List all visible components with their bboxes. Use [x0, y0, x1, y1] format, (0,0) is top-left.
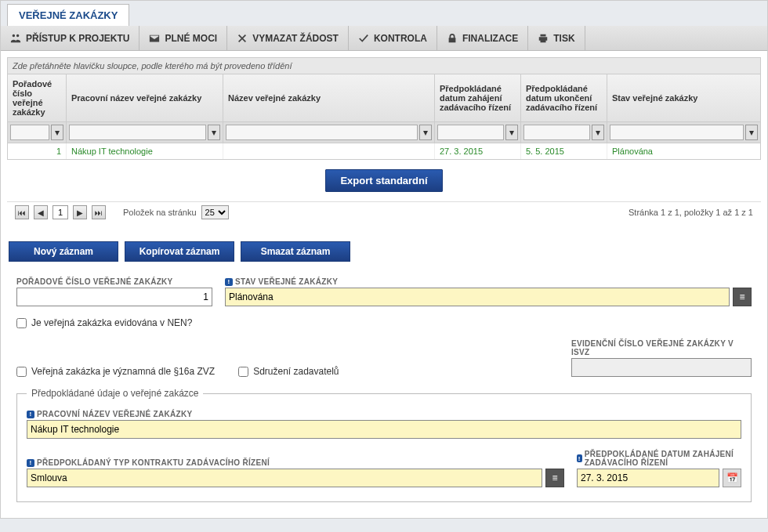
date-start-label: ! PŘEDPOKLÁDANÉ DATUM ZAHÁJENÍ ZADÁVACÍH…	[577, 450, 741, 467]
toolbar-label: KONTROLA	[374, 33, 427, 44]
tab-public-contracts[interactable]: VEŘEJNÉ ZAKÁZKY	[7, 4, 129, 26]
col-date-end[interactable]: Předpokládané datum ukončení zadávacího …	[521, 74, 607, 121]
cell-d1: 27. 3. 2015	[435, 143, 521, 159]
fieldset-estimated: Předpokládané údaje o veřejné zakázce ! …	[16, 388, 752, 502]
cell-ord: 1	[8, 143, 67, 159]
filter-pname[interactable]	[69, 125, 206, 140]
funnel-icon[interactable]: ▾	[419, 125, 432, 140]
filter-d2[interactable]	[523, 125, 590, 140]
required-icon: !	[27, 459, 34, 467]
cell-d2: 5. 5. 2015	[521, 143, 607, 159]
toolbar-item-check[interactable]: KONTROLA	[349, 26, 437, 50]
check-icon	[358, 33, 369, 44]
toolbar-label: PŘÍSTUP K PROJEKTU	[26, 33, 129, 44]
evid-label: EVIDENČNÍ ČÍSLO VEŘEJNÉ ZAKÁZKY V ISVZ	[571, 339, 752, 356]
ord-label: POŘADOVÉ ČÍSLO VEŘEJNÉ ZAKÁZKY	[16, 277, 212, 286]
pager-prev[interactable]: ◀	[34, 205, 48, 219]
contract-label: ! PŘEDPOKLÁDANÝ TYP KONTRAKTU ZADÁVACÍHO…	[27, 458, 564, 467]
funnel-icon[interactable]: ▾	[51, 125, 63, 140]
filter-stat[interactable]	[610, 125, 744, 140]
list-icon: ≡	[739, 291, 744, 302]
grid-group-hint: Zde přetáhněte hlavičku sloupce, podle k…	[7, 57, 761, 74]
funnel-icon[interactable]: ▾	[208, 125, 220, 140]
toolbar-label: VYMAZAT ŽÁDOST	[252, 33, 339, 44]
state-picker-button[interactable]: ≡	[733, 288, 752, 306]
fieldset-legend: Předpokládané údaje o veřejné zakázce	[27, 388, 203, 399]
export-button[interactable]: Export standardní	[325, 169, 442, 192]
required-icon: !	[225, 278, 233, 286]
pager-summary: Stránka 1 z 1, položky 1 až 1 z 1	[629, 208, 753, 217]
per-page-select[interactable]: 25	[201, 205, 229, 219]
print-icon	[538, 33, 549, 44]
contract-picker-button[interactable]: ≡	[545, 469, 564, 487]
required-icon: !	[577, 454, 582, 462]
contract-input[interactable]	[27, 469, 542, 487]
filter-ord[interactable]	[10, 125, 49, 140]
filter-d1[interactable]	[437, 125, 504, 140]
toolbar-label: TISK	[553, 33, 574, 44]
pager-next[interactable]: ▶	[73, 205, 87, 219]
cell-pname: Nákup IT technologie	[67, 143, 223, 159]
pname-input[interactable]	[27, 420, 741, 439]
state-input[interactable]	[225, 288, 730, 306]
col-pname[interactable]: Pracovní název veřejné zakázky	[67, 74, 223, 121]
pname-label: ! PRACOVNÍ NÁZEV VEŘEJNÉ ZAKÁZKY	[27, 410, 741, 418]
funnel-icon[interactable]: ▾	[745, 125, 758, 140]
new-record-button[interactable]: Nový záznam	[9, 241, 118, 262]
cross-icon	[237, 33, 248, 44]
table-row[interactable]: 1 Nákup IT technologie 27. 3. 2015 5. 5.…	[7, 143, 761, 160]
state-label: ! STAV VEŘEJNÉ ZAKÁZKY	[225, 277, 752, 286]
chk-nen[interactable]: Je veřejná zakázka evidována v NEN?	[16, 317, 192, 328]
cell-name	[223, 143, 435, 159]
copy-record-button[interactable]: Kopírovat záznam	[125, 241, 234, 262]
date-start-input[interactable]	[577, 469, 719, 487]
evid-input[interactable]	[571, 358, 752, 377]
toolbar-label: FINALIZACE	[462, 33, 518, 44]
chk-nen-input[interactable]	[16, 318, 27, 328]
chk-association[interactable]: Sdružení zadavatelů	[238, 366, 339, 377]
grid-filter-row: ▾ ▾ ▾ ▾ ▾ ▾	[7, 122, 761, 143]
pager-page-input[interactable]	[53, 205, 68, 219]
filter-name[interactable]	[226, 125, 418, 140]
pager-last[interactable]: ⏭	[92, 205, 106, 219]
per-page-label: Položek na stránku	[123, 208, 197, 217]
chk-significant-input[interactable]	[16, 367, 27, 377]
cell-stat: Plánována	[607, 143, 760, 159]
toolbar-label: PLNÉ MOCI	[165, 33, 217, 44]
col-ord[interactable]: Pořadové číslo veřejné zakázky	[8, 74, 67, 121]
date-start-calendar-button[interactable]: 📅	[723, 469, 741, 487]
chk-association-input[interactable]	[238, 367, 248, 377]
people-icon	[10, 33, 21, 44]
toolbar-item-print[interactable]: TISK	[528, 26, 585, 50]
toolbar-item-access[interactable]: PŘÍSTUP K PROJEKTU	[1, 26, 139, 50]
funnel-icon[interactable]: ▾	[592, 125, 604, 140]
pager-first[interactable]: ⏮	[15, 205, 29, 219]
toolbar: PŘÍSTUP K PROJEKTU PLNÉ MOCI VYMAZAT ŽÁD…	[1, 26, 767, 51]
ord-input[interactable]	[16, 288, 212, 306]
funnel-icon[interactable]: ▾	[505, 125, 518, 140]
calendar-icon: 📅	[726, 472, 738, 483]
col-status[interactable]: Stav veřejné zakázky	[607, 74, 760, 121]
grid-header: Pořadové číslo veřejné zakázky Pracovní …	[7, 74, 761, 122]
required-icon: !	[27, 411, 34, 418]
mail-icon	[149, 33, 160, 44]
delete-record-button[interactable]: Smazat záznam	[241, 241, 350, 262]
col-name[interactable]: Název veřejné zakázky	[223, 74, 435, 121]
toolbar-item-powers[interactable]: PLNÉ MOCI	[139, 26, 227, 50]
chk-significant[interactable]: Veřejná zakázka je významná dle §16a ZVZ	[16, 366, 215, 377]
toolbar-item-finalize[interactable]: FINALIZACE	[437, 26, 528, 50]
toolbar-item-delete[interactable]: VYMAZAT ŽÁDOST	[227, 26, 349, 50]
list-icon: ≡	[552, 472, 557, 483]
lock-icon	[447, 33, 458, 44]
col-date-start[interactable]: Předpokládané datum zahájení zadávacího …	[435, 74, 521, 121]
